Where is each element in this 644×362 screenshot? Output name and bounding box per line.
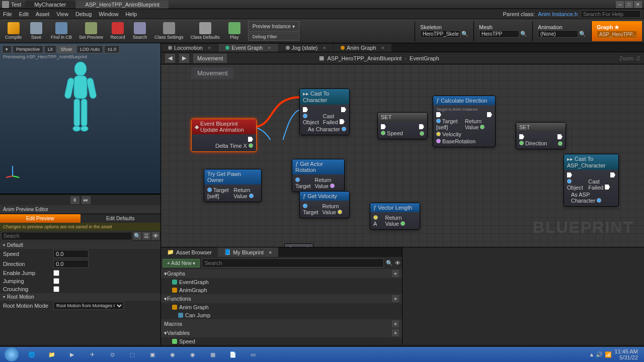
node-get-actor-rotation[interactable]: ƒ Get Actor Rotation TargetReturn Value [292,159,345,192]
tab-edit-preview[interactable]: Edit Preview [0,214,80,223]
category-root-motion[interactable]: Root Motion [0,293,160,301]
node-get-velocity[interactable]: ƒ Get Velocity TargetReturn Value [299,191,350,218]
step-button[interactable]: ⏭ [82,196,91,204]
prop-speed-input[interactable] [53,250,89,258]
mode-skeleton[interactable]: Skeleton HeroTPP_Skele🔍 [415,21,473,41]
menu-view[interactable]: View [56,11,68,17]
add-macro-button[interactable]: + [392,320,399,327]
add-function-button[interactable]: + [392,295,399,302]
tab-edit-defaults[interactable]: Edit Defaults [80,214,161,223]
taskbar-app-icon[interactable]: ✈ [83,348,102,361]
category-default[interactable]: Default [0,241,160,249]
node-cast-asp-character[interactable]: ▸▸ Cast To ASP_Character ObjectCast Fail… [564,154,619,207]
close-icon[interactable]: ✕ [634,1,642,8]
class-settings-button[interactable]: Class Settings [151,21,187,41]
search-icon[interactable]: 🔍 [133,232,141,240]
mybp-search-input[interactable] [202,258,384,267]
taskbar-app-icon[interactable]: ▶ [62,348,82,361]
tree-item-can-jump[interactable]: Can Jump [161,311,402,319]
tree-item-anim-graph-fn[interactable]: Anim Graph [161,303,402,311]
viewport-3d[interactable]: ▾ Perspective Lit Show LOD Auto x1.0 Pre… [0,43,160,194]
menu-help[interactable]: Help [125,11,137,17]
doc-tab[interactable]: MyCharacter [25,1,75,9]
menu-window[interactable]: Window [99,11,118,17]
taskbar-explorer-icon[interactable]: 📁 [42,348,61,361]
node-set-speed[interactable]: SET Speed [377,112,428,139]
start-button[interactable] [2,348,21,361]
subtab-event-graph[interactable]: Event Graph× [218,44,278,52]
tree-cat-macros[interactable]: Macros+ [161,319,402,328]
search-button[interactable]: Search [129,21,150,41]
eye-icon[interactable]: 👁 [395,260,400,266]
event-graph-canvas[interactable]: Movement BLUEPRINT ◆Event Blueprint U [161,64,644,247]
taskbar-ue-icon[interactable]: ◉ [163,348,182,361]
preview-search-input[interactable] [1,232,132,240]
tree-cat-variables[interactable]: ▾Variables+ [161,328,402,337]
tab-asset-browser[interactable]: 📁Asset Browser [161,247,218,257]
subtab-jog[interactable]: Jog (state)× [279,44,333,52]
tree-item-var-speed[interactable]: Speed [161,337,402,345]
set-preview-button[interactable]: Set Preview [76,21,106,41]
node-cast-to-character[interactable]: ▸▸ Cast To Character ObjectCast Failed A… [299,88,350,135]
nav-movement-button[interactable]: Movement [193,54,227,63]
tree-item-eventgraph[interactable]: EventGraph [161,278,402,286]
menu-file[interactable]: File [3,11,12,17]
breadcrumb-leaf[interactable]: EventGraph [410,55,439,61]
lit-button[interactable]: Lit [44,45,56,53]
node-calculate-direction[interactable]: ƒ Calculate Direction Target is Anim Ins… [433,96,496,147]
doc-tab[interactable]: ASP_HeroTPP_AnimBlueprint [76,1,169,9]
tree-cat-graphs[interactable]: ▾Graphs+ [161,269,402,278]
lod-button[interactable]: LOD Auto [76,45,103,53]
subtab-anim-graph[interactable]: Anim Graph× [334,44,391,52]
tree-item-animgraph[interactable]: AnimGraph [161,286,402,294]
node-event-update[interactable]: ◆Event Blueprint Update Animation Delta … [191,119,257,152]
preview-instance-dropdown[interactable]: Preview Instance ▾ [248,21,299,32]
menu-asset[interactable]: Asset [36,11,50,17]
add-new-button[interactable]: + Add New ▾ [163,259,200,267]
node-try-get-pawn[interactable]: Try Get Pawn Owner Target [self]Return V… [204,169,262,202]
compile-button[interactable]: Compile [2,21,25,41]
tab-my-blueprint[interactable]: 📘My Blueprint× [218,247,278,257]
search-icon[interactable]: 🔍 [386,260,393,266]
play-button[interactable]: Play [224,21,245,41]
debug-filter-dropdown[interactable]: Debug Filter [248,33,299,41]
taskbar-app-icon[interactable]: ▦ [203,348,222,361]
class-defaults-button[interactable]: Class Defaults [188,21,223,41]
add-graph-button[interactable]: + [392,270,399,277]
prop-root-mode-select[interactable]: Root Motion from Montages Only [53,302,124,310]
record-button[interactable]: Record [107,21,128,41]
eye-icon[interactable]: 👁 [151,232,159,240]
maximize-icon[interactable]: □ [625,1,633,8]
parent-class-link[interactable]: Anim Instance.h [538,11,578,17]
find-in-cb-button[interactable]: Find in CB [48,21,75,41]
tree-cat-functions[interactable]: ▾Functions+ [161,294,402,303]
prop-crouching-checkbox[interactable] [53,286,59,292]
minimize-icon[interactable]: ─ [616,1,624,8]
prop-jumping-checkbox[interactable] [53,278,59,284]
subtab-locomotion[interactable]: Locomotion× [161,44,218,52]
taskbar-app-icon[interactable]: ⊙ [103,348,122,361]
taskbar-app-icon[interactable]: ⬚ [123,348,142,361]
node-set-direction[interactable]: SET Direction [516,122,566,149]
mode-graph[interactable]: Graph ★ ASP_HeroTPP... [591,21,642,41]
taskbar-epic-icon[interactable]: ▣ [143,348,162,361]
add-variable-button[interactable]: + [392,329,399,336]
menu-debug[interactable]: Debug [75,11,92,17]
taskbar-ue-icon[interactable]: ◉ [183,348,202,361]
save-button[interactable]: Save [26,21,47,41]
nav-back-button[interactable]: ◀ [165,54,175,63]
jump-collapsed-node[interactable]: Jump⤢ [284,243,313,247]
filter-icon[interactable]: ☰ [142,232,150,240]
tray-icons[interactable]: ▲ 🔊 📶 [589,351,612,358]
taskbar-ie-icon[interactable]: 🌐 [22,348,41,361]
help-search-input[interactable] [581,10,641,18]
perspective-button[interactable]: Perspective [13,45,43,53]
viewport-options-button[interactable]: ▾ [2,45,12,53]
taskbar-app-icon[interactable]: ▭ [244,348,263,361]
node-vector-length[interactable]: ƒ Vector Length AReturn Value [370,203,420,230]
mode-mesh[interactable]: Mesh HeroTPP🔍 [473,21,532,41]
show-button[interactable]: Show [57,45,76,53]
breadcrumb-root[interactable]: ASP_HeroTPP_AnimBlueprint [327,55,401,61]
playback-speed-button[interactable]: x1.0 [104,45,120,53]
mode-animation[interactable]: Animation (None)🔍 [532,21,591,41]
